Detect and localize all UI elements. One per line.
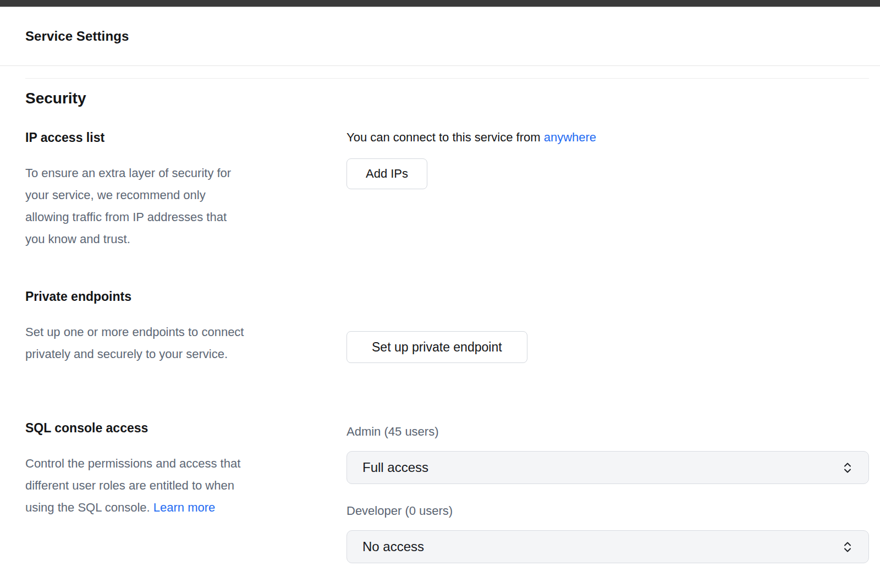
private-endpoints-title: Private endpoints: [25, 289, 346, 304]
window-top-bar: [0, 0, 880, 7]
private-endpoints-controls: Set up private endpoint: [346, 289, 869, 363]
security-section-title: Security: [25, 90, 869, 107]
ip-access-controls: You can connect to this service from any…: [346, 130, 869, 189]
add-ips-button[interactable]: Add IPs: [346, 158, 427, 189]
page-header: Service Settings: [0, 7, 880, 66]
sql-console-description: Control the permissions and access that …: [25, 453, 346, 519]
sql-console-access-section: SQL console access Control the permissio…: [25, 421, 869, 563]
ip-access-description: To ensure an extra layer of security for…: [25, 162, 346, 250]
admin-access-select[interactable]: Full access: [346, 451, 869, 484]
admin-role-field: Admin (45 users) Full access: [346, 425, 869, 484]
ip-access-title: IP access list: [25, 130, 346, 145]
private-endpoints-description: Set up one or more endpoints to connect …: [25, 321, 346, 365]
connect-from-text: You can connect to this service from: [346, 130, 541, 144]
anywhere-link[interactable]: anywhere: [544, 130, 596, 144]
chevron-up-down-icon: [843, 541, 852, 553]
private-endpoints-section: Private endpoints Set up one or more end…: [25, 289, 869, 365]
admin-access-value: Full access: [362, 460, 428, 475]
sql-console-controls: Admin (45 users) Full access Developer (…: [346, 421, 869, 563]
sql-console-info: SQL console access Control the permissio…: [25, 421, 346, 519]
developer-access-select[interactable]: No access: [346, 530, 869, 563]
setup-private-endpoint-button[interactable]: Set up private endpoint: [346, 331, 527, 363]
private-endpoints-info: Private endpoints Set up one or more end…: [25, 289, 346, 365]
ip-access-info: IP access list To ensure an extra layer …: [25, 130, 346, 250]
settings-main: Security IP access list To ensure an ext…: [0, 90, 880, 563]
section-divider: [25, 78, 869, 79]
learn-more-link[interactable]: Learn more: [153, 501, 216, 514]
sql-console-title: SQL console access: [25, 421, 346, 435]
connect-from-line: You can connect to this service from any…: [346, 130, 869, 145]
developer-role-label: Developer (0 users): [346, 504, 869, 518]
page-title: Service Settings: [25, 29, 129, 44]
ip-access-section: IP access list To ensure an extra layer …: [25, 130, 869, 250]
developer-access-value: No access: [362, 539, 424, 554]
admin-role-label: Admin (45 users): [346, 425, 869, 438]
chevron-up-down-icon: [843, 461, 852, 474]
developer-role-field: Developer (0 users) No access: [346, 504, 869, 563]
